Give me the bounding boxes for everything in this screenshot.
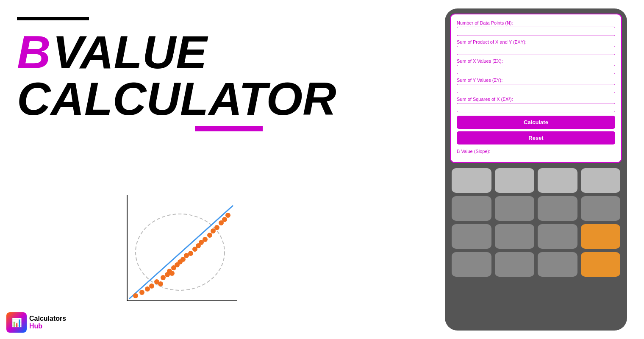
purple-decorative-bar bbox=[195, 126, 263, 131]
svg-point-7 bbox=[149, 283, 154, 289]
reset-button[interactable]: Reset bbox=[457, 131, 615, 144]
input-sx[interactable] bbox=[457, 65, 615, 74]
title-calculator: CALCULATOR bbox=[17, 72, 336, 125]
svg-point-24 bbox=[214, 225, 219, 230]
svg-point-23 bbox=[211, 228, 216, 233]
key-4-3[interactable] bbox=[538, 252, 577, 277]
input-sy[interactable] bbox=[457, 84, 615, 93]
calculator: Number of Data Points (N): Sum of Produc… bbox=[445, 8, 627, 331]
key-3-1[interactable] bbox=[452, 224, 491, 249]
title-line1: B VALUE bbox=[17, 29, 335, 75]
svg-point-27 bbox=[225, 213, 230, 218]
label-sy: Sum of Y Values (ΣY): bbox=[457, 78, 615, 83]
field-group-n: Number of Data Points (N): bbox=[457, 20, 615, 36]
key-1-3[interactable] bbox=[538, 168, 577, 193]
top-decorative-bar bbox=[17, 17, 89, 20]
label-sx2: Sum of Squares of X (ΣX²): bbox=[457, 97, 615, 102]
svg-point-22 bbox=[207, 233, 212, 238]
key-3-3[interactable] bbox=[538, 224, 577, 249]
keypad bbox=[450, 167, 622, 278]
logo-icon: 📊 bbox=[6, 312, 27, 333]
svg-point-17 bbox=[188, 251, 193, 256]
svg-point-15 bbox=[180, 257, 186, 262]
input-n[interactable] bbox=[457, 27, 615, 36]
key-2-3[interactable] bbox=[538, 196, 577, 221]
title-line2: CALCULATOR bbox=[17, 75, 335, 122]
svg-point-5 bbox=[139, 290, 144, 295]
key-2-1[interactable] bbox=[452, 196, 491, 221]
logo-text: Calculators Hub bbox=[29, 315, 66, 330]
key-3-2[interactable] bbox=[495, 224, 535, 249]
left-section: B VALUE CALCULATOR bbox=[17, 17, 335, 131]
svg-point-26 bbox=[222, 217, 227, 222]
svg-point-21 bbox=[203, 237, 208, 242]
calculate-button[interactable]: Calculate bbox=[457, 116, 615, 129]
logo-icon-symbol: 📊 bbox=[11, 317, 22, 328]
svg-point-28 bbox=[158, 281, 163, 286]
svg-line-3 bbox=[129, 206, 233, 299]
calculator-screen: Number of Data Points (N): Sum of Produc… bbox=[450, 14, 622, 163]
key-4-4-orange[interactable] bbox=[581, 252, 621, 277]
logo-text-top: Calculators bbox=[29, 315, 66, 322]
scatter-svg bbox=[102, 191, 246, 318]
field-group-sxy: Sum of Product of X and Y (ΣXY): bbox=[457, 39, 615, 55]
key-3-4-orange[interactable] bbox=[581, 224, 621, 249]
svg-point-4 bbox=[133, 293, 138, 298]
svg-point-9 bbox=[161, 275, 166, 280]
key-1-4[interactable] bbox=[581, 168, 621, 193]
field-group-sx: Sum of X Values (ΣX): bbox=[457, 58, 615, 74]
key-1-1[interactable] bbox=[452, 168, 491, 193]
key-4-1[interactable] bbox=[452, 252, 491, 277]
field-group-sx2: Sum of Squares of X (ΣX²): bbox=[457, 97, 615, 112]
scatter-plot bbox=[102, 191, 246, 318]
logo-text-bottom: Hub bbox=[29, 322, 66, 330]
input-sx2[interactable] bbox=[457, 103, 615, 112]
svg-point-29 bbox=[169, 271, 175, 276]
label-sxy: Sum of Product of X and Y (ΣXY): bbox=[457, 39, 615, 44]
svg-point-6 bbox=[145, 286, 150, 292]
field-group-sy: Sum of Y Values (ΣY): bbox=[457, 78, 615, 93]
label-n: Number of Data Points (N): bbox=[457, 20, 615, 25]
label-sx: Sum of X Values (ΣX): bbox=[457, 58, 615, 64]
title-value: VALUE bbox=[53, 26, 207, 78]
result-label: B Value (Slope): bbox=[457, 149, 615, 154]
key-2-4[interactable] bbox=[581, 196, 621, 221]
key-4-2[interactable] bbox=[495, 252, 535, 277]
input-sxy[interactable] bbox=[457, 46, 615, 55]
key-1-2[interactable] bbox=[495, 168, 535, 193]
key-2-2[interactable] bbox=[495, 196, 535, 221]
title-b: B bbox=[17, 26, 50, 78]
logo: 📊 Calculators Hub bbox=[6, 312, 66, 333]
